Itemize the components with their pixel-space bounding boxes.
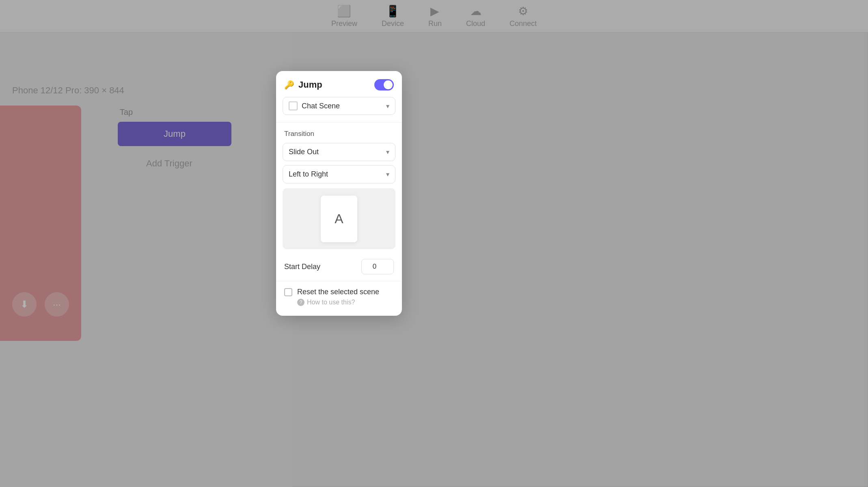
scene-selector-left: Chat Scene: [289, 101, 340, 110]
slide-out-dropdown[interactable]: Slide Out ▾: [283, 143, 395, 161]
direction-label: Left to Right: [289, 170, 328, 179]
help-icon: ?: [297, 299, 304, 306]
reset-label: Reset the selected scene: [297, 288, 379, 296]
scene-thumbnail: [289, 101, 298, 110]
scene-selector[interactable]: Chat Scene ▾: [283, 97, 395, 115]
start-delay-input[interactable]: [361, 259, 394, 274]
modal-title: Jump: [298, 80, 322, 90]
direction-chevron-icon: ▾: [386, 170, 389, 178]
transition-section-label: Transition: [276, 130, 402, 138]
preview-card-letter: A: [335, 211, 343, 226]
scene-name: Chat Scene: [302, 102, 340, 110]
start-delay-row: Start Delay: [276, 254, 402, 279]
scene-chevron-icon: ▾: [386, 102, 389, 110]
how-to-label[interactable]: How to use this?: [307, 299, 355, 306]
how-to-row: ? How to use this?: [284, 299, 394, 306]
jump-modal: 🔑 Jump Chat Scene ▾ Transition Slide Out…: [276, 71, 402, 316]
direction-dropdown[interactable]: Left to Right ▾: [283, 165, 395, 183]
reset-row: Reset the selected scene ? How to use th…: [276, 288, 402, 306]
reset-checkbox-row: Reset the selected scene: [284, 288, 394, 296]
slide-out-chevron-icon: ▾: [386, 148, 389, 156]
divider-1: [276, 122, 402, 123]
modal-title-row: 🔑 Jump: [284, 80, 322, 90]
transition-preview: A: [283, 188, 395, 249]
reset-checkbox[interactable]: [284, 288, 292, 296]
slide-out-label: Slide Out: [289, 148, 319, 156]
modal-header: 🔑 Jump: [276, 71, 402, 97]
jump-toggle[interactable]: [374, 79, 394, 91]
preview-card: A: [321, 196, 357, 242]
start-delay-label: Start Delay: [284, 263, 320, 271]
jump-icon: 🔑: [284, 80, 294, 90]
modal-overlay: [0, 0, 868, 487]
divider-2: [276, 281, 402, 281]
